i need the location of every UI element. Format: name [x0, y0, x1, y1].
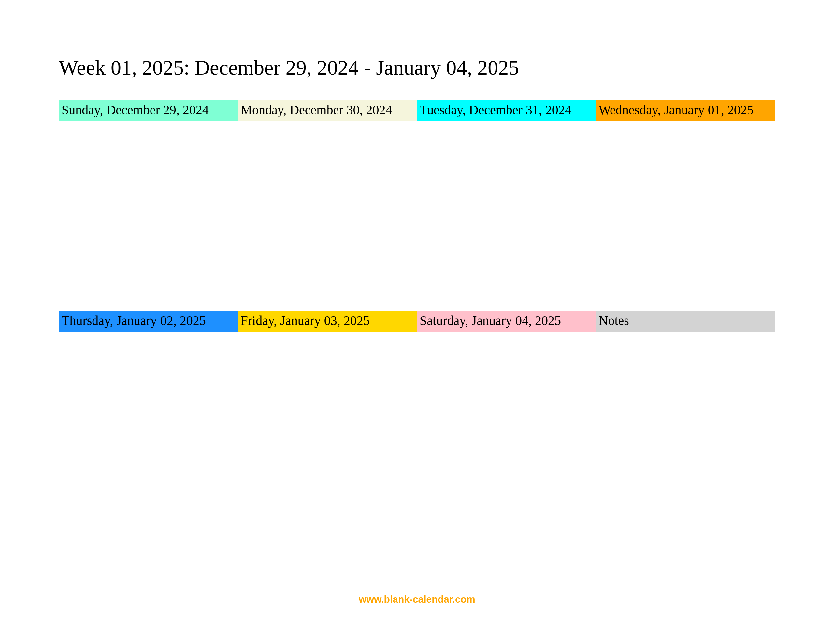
- day-header-monday: Monday, December 30, 2024: [238, 100, 417, 121]
- day-body-thursday[interactable]: [59, 332, 238, 521]
- footer-link[interactable]: www.blank-calendar.com: [359, 594, 475, 605]
- calendar-grid: Sunday, December 29, 2024 Monday, Decemb…: [59, 100, 775, 522]
- day-body-wednesday[interactable]: [596, 121, 775, 311]
- footer: www.blank-calendar.com: [0, 594, 834, 605]
- day-header-friday: Friday, January 03, 2025: [238, 311, 417, 332]
- day-header-thursday: Thursday, January 02, 2025: [59, 311, 238, 332]
- weekly-calendar-page: Week 01, 2025: December 29, 2024 - Janua…: [0, 0, 834, 644]
- notes-body[interactable]: [596, 332, 775, 521]
- notes-header: Notes: [596, 311, 775, 332]
- day-header-saturday: Saturday, January 04, 2025: [417, 311, 596, 332]
- day-body-tuesday[interactable]: [417, 121, 596, 311]
- day-header-wednesday: Wednesday, January 01, 2025: [596, 100, 775, 121]
- day-body-monday[interactable]: [238, 121, 417, 311]
- day-header-sunday: Sunday, December 29, 2024: [59, 100, 238, 121]
- day-header-tuesday: Tuesday, December 31, 2024: [417, 100, 596, 121]
- day-body-sunday[interactable]: [59, 121, 238, 311]
- day-body-friday[interactable]: [238, 332, 417, 521]
- day-body-saturday[interactable]: [417, 332, 596, 521]
- page-title: Week 01, 2025: December 29, 2024 - Janua…: [59, 55, 775, 81]
